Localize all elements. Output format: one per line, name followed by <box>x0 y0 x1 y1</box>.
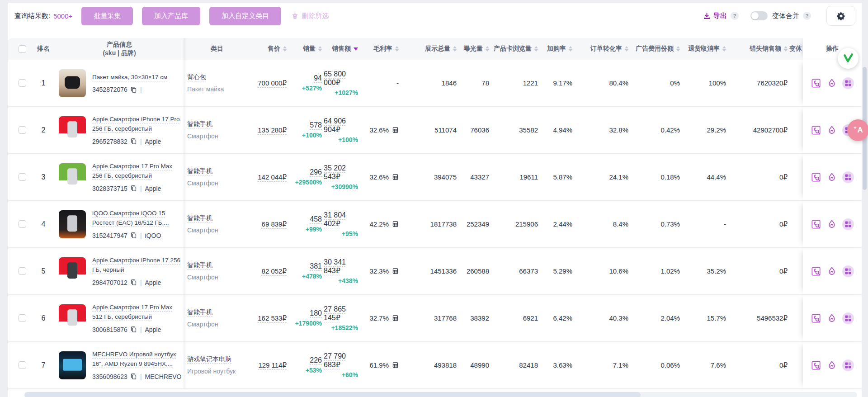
calculator-icon[interactable] <box>392 221 399 228</box>
revenue-value[interactable]: 35 202 543₽ <box>324 164 358 181</box>
row-checkbox[interactable] <box>19 314 26 322</box>
sales-value[interactable]: 226 <box>310 356 322 364</box>
header-margin[interactable]: 毛利率 <box>360 45 403 53</box>
category-cn[interactable]: 智能手机 <box>187 120 212 128</box>
category-cn[interactable]: 游戏笔记本电脑 <box>187 355 231 364</box>
row-checkbox[interactable] <box>19 126 26 134</box>
brand-link[interactable]: Apple <box>145 185 161 192</box>
product-title-link[interactable]: Пакет майка, 30×30×17 см <box>92 73 167 82</box>
price-value[interactable]: 69 839₽ <box>262 220 287 228</box>
product-image[interactable] <box>59 116 86 144</box>
k-search-icon[interactable] <box>811 219 821 230</box>
header-ad-cost-share[interactable]: 广告费用份额 <box>630 45 682 53</box>
sales-value[interactable]: 381 <box>310 262 322 270</box>
product-image[interactable] <box>59 351 86 379</box>
price-value[interactable]: 135 280₽ <box>258 126 287 134</box>
copy-icon[interactable] <box>130 138 137 145</box>
product-title-link[interactable]: iQOO Смартфон iQOO 15 Ростест (EAC) 16/5… <box>92 209 184 228</box>
trend-droplet-icon[interactable] <box>826 313 837 324</box>
add-to-custom-category-button[interactable]: 加入自定义类目 <box>209 7 281 25</box>
trend-droplet-icon[interactable] <box>826 360 837 371</box>
sales-value[interactable]: 94 <box>314 74 322 82</box>
k-search-icon[interactable] <box>811 360 821 371</box>
batch-collect-button[interactable]: 批量采集 <box>81 7 133 25</box>
brand-link[interactable]: iQOO <box>145 232 161 239</box>
revenue-value[interactable]: 65 800 000₽ <box>324 70 358 87</box>
grid-apps-icon[interactable] <box>842 218 854 230</box>
category-cn[interactable]: 智能手机 <box>187 261 212 269</box>
product-image[interactable] <box>59 210 86 238</box>
product-title-link[interactable]: Apple Смартфон 17 Pro Max 512 ГБ, серебр… <box>92 303 184 322</box>
row-checkbox[interactable] <box>19 267 26 275</box>
revenue-value[interactable]: 64 906 904₽ <box>324 117 358 134</box>
header-missed-revenue[interactable]: 错失销售额 <box>728 45 789 53</box>
copy-icon[interactable] <box>130 185 137 192</box>
trend-droplet-icon[interactable] <box>826 172 837 183</box>
export-help-badge[interactable]: ? <box>731 12 739 20</box>
sales-value[interactable]: 458 <box>310 215 322 223</box>
k-search-icon[interactable] <box>811 266 821 277</box>
price-value[interactable]: 129 114₽ <box>258 361 287 369</box>
product-title-link[interactable]: Apple Смартфон 17 Pro Max 256 ГБ, серебр… <box>92 162 184 181</box>
header-order-conversion[interactable]: 订单转化率 <box>574 45 630 53</box>
sales-value[interactable]: 578 <box>310 121 322 129</box>
copy-icon[interactable] <box>130 326 137 333</box>
category-cn[interactable]: 背心包 <box>187 73 206 81</box>
copy-icon[interactable] <box>130 373 137 380</box>
trend-droplet-icon[interactable] <box>826 78 837 89</box>
revenue-value[interactable]: 27 865 145₽ <box>324 305 358 322</box>
translate-button[interactable]: ✦ A <box>847 119 868 141</box>
header-impressions[interactable]: 展示总量 <box>403 45 458 53</box>
k-search-icon[interactable] <box>811 313 821 324</box>
header-add-to-cart-rate[interactable]: 加购率 <box>540 45 574 53</box>
export-button[interactable]: 导出 <box>703 12 727 20</box>
copy-icon[interactable] <box>130 232 137 239</box>
brand-link[interactable]: Apple <box>145 279 161 286</box>
calculator-icon[interactable] <box>392 127 399 134</box>
product-image[interactable] <box>59 163 86 191</box>
category-cn[interactable]: 智能手机 <box>187 308 212 317</box>
grid-apps-icon[interactable] <box>842 265 854 277</box>
price-value[interactable]: 142 044₽ <box>258 173 287 181</box>
add-to-product-library-button[interactable]: 加入产品库 <box>142 7 200 25</box>
calculator-icon[interactable] <box>392 174 399 181</box>
revenue-value[interactable]: 27 790 683₽ <box>324 352 358 369</box>
row-checkbox[interactable] <box>19 79 26 87</box>
calculator-icon[interactable] <box>392 362 399 369</box>
row-checkbox[interactable] <box>19 173 26 181</box>
trend-droplet-icon[interactable] <box>826 219 837 230</box>
header-price[interactable]: 售价 <box>247 45 288 53</box>
row-checkbox[interactable] <box>19 220 26 228</box>
category-cn[interactable]: 智能手机 <box>187 214 212 222</box>
product-image[interactable] <box>59 304 86 332</box>
product-image[interactable] <box>59 69 86 97</box>
header-revenue[interactable]: 销售额 <box>324 45 360 53</box>
horizontal-scrollbar-thumb[interactable] <box>24 392 641 397</box>
sales-value[interactable]: 180 <box>310 309 322 317</box>
k-search-icon[interactable] <box>811 78 821 89</box>
k-search-icon[interactable] <box>811 125 821 136</box>
grid-apps-icon[interactable] <box>842 171 854 183</box>
select-all-checkbox[interactable] <box>19 45 26 53</box>
variant-merge-toggle[interactable] <box>750 11 768 20</box>
product-image[interactable] <box>59 257 86 285</box>
settings-button[interactable] <box>826 6 855 26</box>
header-return-cancel-rate[interactable]: 退货取消率 <box>682 45 728 53</box>
variant-merge-help-badge[interactable]: ? <box>803 12 811 20</box>
header-sales[interactable]: 销量 <box>288 45 324 53</box>
product-title-link[interactable]: MECHREVO Игровой ноутбук 16", AMD Ryzen … <box>92 350 184 369</box>
product-title-link[interactable]: Apple Смартфон iPhone 17 Pro 256 ГБ, сер… <box>92 115 184 134</box>
header-exposure[interactable]: 曝光量 <box>458 45 491 53</box>
revenue-value[interactable]: 30 341 843₽ <box>324 258 358 275</box>
trend-droplet-icon[interactable] <box>826 266 837 277</box>
trend-droplet-icon[interactable] <box>826 125 837 136</box>
brand-link[interactable]: Apple <box>145 326 161 333</box>
revenue-value[interactable]: 31 804 402₽ <box>324 211 358 228</box>
copy-icon[interactable] <box>130 86 137 93</box>
brand-link[interactable]: MECHREVO <box>145 373 182 380</box>
calculator-icon[interactable] <box>392 268 399 275</box>
category-cn[interactable]: 智能手机 <box>187 167 212 175</box>
brand-link[interactable]: Apple <box>145 138 161 145</box>
price-value[interactable]: 162 533₽ <box>258 314 287 322</box>
grid-apps-icon[interactable] <box>842 359 854 371</box>
